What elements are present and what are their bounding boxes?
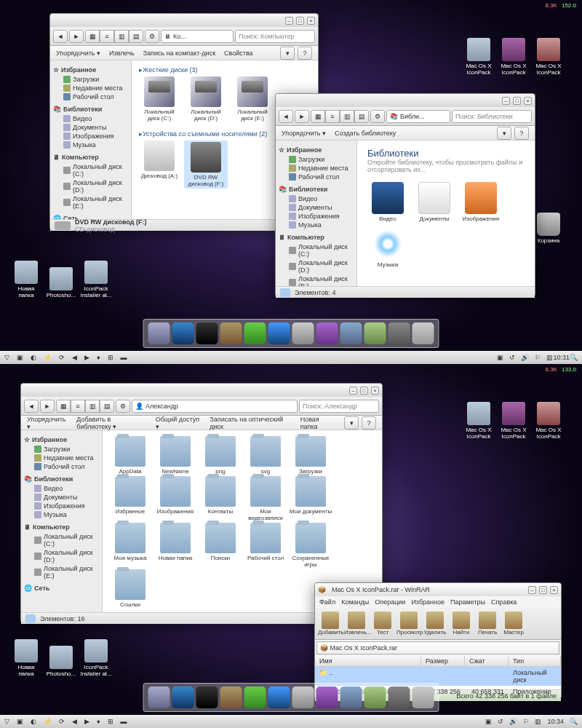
maximize-button[interactable]: □	[513, 97, 521, 105]
dock-item[interactable]	[172, 323, 194, 344]
winrar-address[interactable]: 📦 Mac Os X IconPack.rar	[316, 641, 559, 654]
tray-icon[interactable]: ⚐	[535, 354, 541, 361]
view-icons-button[interactable]: ▦	[85, 30, 100, 43]
minimize-button[interactable]: –	[528, 586, 536, 594]
dock-item[interactable]	[340, 687, 362, 708]
dock-item[interactable]	[172, 687, 194, 708]
column-headers[interactable]: ИмяРазмерСжатТип	[315, 656, 561, 667]
address-bar[interactable]: 📚Библи...	[386, 110, 450, 123]
new-folder-menu[interactable]: Новая папка	[300, 416, 335, 430]
drive-f[interactable]: DVD RW дисковод (F:)	[184, 141, 228, 189]
sidebar-video[interactable]: Видео	[53, 114, 128, 123]
dock-item[interactable]	[364, 687, 386, 708]
drive-a[interactable]: Дисковод (A:)	[137, 141, 181, 189]
winrar-menu-item[interactable]: Файл	[319, 598, 335, 606]
titlebar[interactable]: –□×	[50, 14, 318, 27]
help-button[interactable]: ?	[362, 416, 376, 430]
winrar-menu-item[interactable]: Избранное	[411, 598, 445, 606]
sidebar-recent[interactable]: Недавние места	[279, 164, 354, 173]
view-button[interactable]: ▥	[85, 400, 100, 413]
sidebar-desktop[interactable]: Рабочий стол	[279, 173, 354, 181]
desktop-icon-installer[interactable]: IconPack Installer al...	[80, 639, 112, 677]
sidebar-recent[interactable]: Недавние места	[24, 454, 99, 462]
sidebar-recent[interactable]: Недавние места	[53, 84, 128, 92]
library-music[interactable]: Музыка	[367, 228, 408, 268]
sidebar-disk-c[interactable]: Локальный диск (C:)	[24, 532, 99, 548]
taskbar-icon[interactable]: ▬	[121, 718, 127, 725]
winrar-tool-button[interactable]: Тест	[370, 612, 395, 636]
forward-button[interactable]: ►	[69, 30, 84, 43]
titlebar[interactable]: 📦Mac Os X IconPack.rar - WinRAR–□×	[315, 583, 561, 596]
forward-button[interactable]: ►	[295, 110, 309, 123]
dock-item[interactable]	[364, 323, 386, 344]
taskbar-icon[interactable]: ▶	[84, 718, 89, 725]
winrar-tool-button[interactable]: Найти	[449, 612, 474, 636]
minimize-button[interactable]: –	[285, 17, 293, 25]
sidebar-desktop[interactable]: Рабочий стол	[53, 92, 128, 101]
taskbar-icon[interactable]: ⟳	[59, 718, 65, 725]
sidebar-video[interactable]: Видео	[24, 484, 99, 493]
desktop-icon-iconpack[interactable]: Mac Os X IconPack	[463, 402, 495, 440]
dock-item[interactable]	[148, 323, 170, 344]
folder-item[interactable]: Избранное	[108, 476, 152, 521]
folder-item[interactable]: Контакты	[199, 476, 242, 521]
folder-item[interactable]: AppData	[108, 436, 152, 475]
dock-item[interactable]	[196, 687, 218, 708]
winrar-menu-item[interactable]: Справка	[491, 598, 517, 606]
dock-item[interactable]	[292, 323, 314, 344]
desktop-icon-photoshop[interactable]: Photosho...	[45, 267, 77, 298]
drive-d[interactable]: Локальный диск (D:)	[184, 76, 228, 122]
organize-menu[interactable]: Упорядочить ▾	[56, 50, 100, 57]
desktop-icon-iconpack[interactable]: Mac Os X IconPack	[498, 402, 530, 440]
back-button[interactable]: ◄	[53, 30, 68, 43]
sidebar-images[interactable]: Изображения	[53, 132, 128, 141]
folder-item[interactable]: Сохраненные игры	[289, 523, 332, 568]
folder-item[interactable]: Новая папка	[154, 523, 197, 568]
tray-icon[interactable]: ▣	[485, 718, 492, 725]
clock[interactable]: 10:31	[553, 354, 570, 361]
dock-item[interactable]	[268, 687, 290, 708]
winrar-menu-item[interactable]: Команды	[341, 598, 369, 606]
taskbar-icon[interactable]: ◀	[72, 718, 77, 725]
dock-item[interactable]	[220, 687, 242, 708]
minimize-button[interactable]: –	[349, 387, 357, 395]
dock-item[interactable]	[196, 323, 218, 344]
action-button[interactable]: ⚙	[116, 400, 130, 413]
address-bar[interactable]: 👤Александр	[132, 400, 298, 413]
search-icon[interactable]: 🔍	[570, 354, 578, 361]
library-docs[interactable]: Документы	[414, 182, 455, 222]
folder-item[interactable]: Моя музыка	[108, 523, 152, 568]
clock[interactable]: 10:34	[547, 718, 564, 725]
view-options-button[interactable]: ▾	[344, 416, 359, 430]
dock-item[interactable]	[148, 687, 170, 708]
sidebar-music[interactable]: Музыка	[53, 141, 128, 149]
taskbar[interactable]: ▽▣◐⚡⟳◀▶♦⊞▬ ▣↺🔊⚐▥10:34🔍	[0, 715, 582, 728]
sidebar-downloads[interactable]: Загрузки	[53, 75, 128, 84]
start-icon[interactable]: ▽	[4, 718, 9, 725]
drive-c[interactable]: Локальный диск (C:)	[137, 76, 181, 122]
folder-item[interactable]: NewName	[154, 436, 197, 475]
hdd-section-header[interactable]: ▸ Жесткие диски (3)	[136, 65, 314, 75]
sidebar-music[interactable]: Музыка	[24, 510, 99, 519]
computer-header[interactable]: 🖥 Компьютер	[53, 152, 128, 162]
back-button[interactable]: ◄	[24, 400, 39, 413]
taskbar-icon[interactable]: ▶	[84, 354, 89, 361]
trash-icon[interactable]: Корзина	[533, 213, 565, 244]
taskbar[interactable]: ▽▣◐⚡⟳◀▶♦⊞▬ ▣↺🔊⚐▥10:31🔍	[0, 351, 582, 364]
favorites-header[interactable]: ☆ Избранное	[53, 65, 128, 75]
search-input[interactable]: Поиск: Компьютер	[235, 30, 315, 43]
folder-item[interactable]: png	[199, 436, 242, 475]
winrar-tool-button[interactable]: Добавить	[318, 612, 343, 636]
tray-icon[interactable]: 🔊	[521, 354, 529, 361]
eject-menu[interactable]: Извлечь	[109, 50, 135, 57]
desktop-icon-iconpack[interactable]: Mac Os X IconPack	[498, 38, 530, 76]
sidebar-disk-c[interactable]: Локальный диск (C:)	[279, 242, 354, 258]
properties-menu[interactable]: Свойства	[224, 50, 253, 57]
winrar-tool-button[interactable]: Удалить	[423, 612, 447, 636]
address-bar[interactable]: 🖥Ко...	[161, 30, 234, 43]
tray-icon[interactable]: ▣	[497, 354, 503, 361]
action-button[interactable]: ⚙	[370, 110, 385, 123]
close-button[interactable]: ×	[307, 17, 315, 25]
tray-icon[interactable]: ⚐	[523, 718, 529, 725]
close-button[interactable]: ×	[524, 97, 532, 105]
